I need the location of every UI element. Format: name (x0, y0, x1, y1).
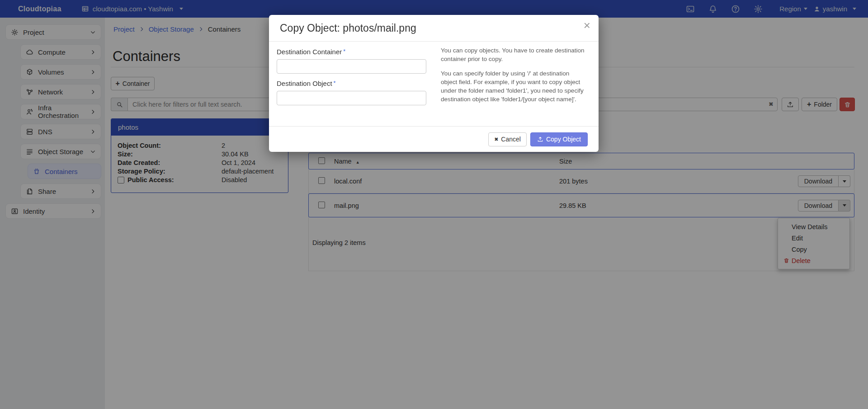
destination-object-input[interactable] (277, 91, 426, 105)
destination-object-label: Destination Object* (277, 80, 426, 87)
required-asterisk: * (334, 80, 336, 86)
modal-body: Destination Container* Destination Objec… (269, 42, 599, 126)
modal-header: Copy Object: photos/mail.png × (269, 15, 599, 42)
modal-title: Copy Object: photos/mail.png (280, 22, 416, 34)
cancel-button[interactable]: ✖ Cancel (488, 132, 527, 146)
destination-container-input[interactable] (277, 59, 426, 74)
close-icon[interactable]: × (584, 19, 590, 31)
required-asterisk: * (343, 48, 345, 55)
modal-form: Destination Container* Destination Objec… (277, 48, 426, 111)
destination-container-label: Destination Container* (277, 48, 426, 56)
copy-object-modal: Copy Object: photos/mail.png × Destinati… (269, 15, 599, 152)
copy-object-button[interactable]: Copy Object (530, 132, 588, 146)
upload-icon (537, 136, 543, 142)
x-icon: ✖ (494, 136, 498, 142)
modal-footer: ✖ Cancel Copy Object (269, 126, 599, 152)
modal-help-text: You can copy objects. You have to create… (441, 46, 585, 109)
